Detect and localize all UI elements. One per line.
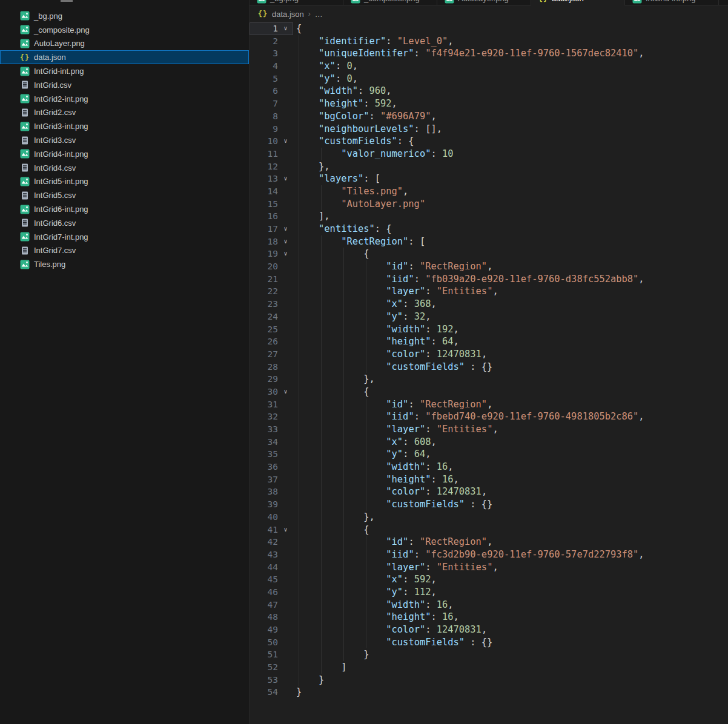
code-line[interactable]: 16], xyxy=(250,210,728,223)
breadcrumb-file[interactable]: data.json xyxy=(272,10,304,19)
fold-chevron-icon[interactable]: ∨ xyxy=(278,223,293,235)
code-line[interactable]: 11"valor_numerico": 10 xyxy=(250,148,728,160)
code-line[interactable]: 44"layer": "Entities", xyxy=(250,561,728,574)
tab-data.json[interactable]: {}data.json xyxy=(531,0,625,5)
code-line[interactable]: 22"layer": "Entities", xyxy=(250,285,728,298)
code-line[interactable]: 29}, xyxy=(250,373,728,386)
code-line[interactable]: 43"iid": "fc3d2b90-e920-11ef-9760-57e7d2… xyxy=(250,548,728,561)
token-p: , xyxy=(638,411,644,422)
code-line[interactable]: 38"color": 12470831, xyxy=(250,485,728,498)
code-line[interactable]: 2"identifier": "Level_0", xyxy=(250,35,728,48)
fold-chevron-icon[interactable]: ∨ xyxy=(278,135,293,148)
code-line[interactable]: 47"width": 16, xyxy=(250,599,728,611)
file-item-IntGrid6.csv[interactable]: IntGrid6.csv xyxy=(0,216,249,230)
breadcrumb-ellipsis[interactable]: … xyxy=(315,10,323,19)
code-line[interactable]: 19∨{ xyxy=(250,248,728,260)
indent-guide xyxy=(321,298,322,311)
code-line[interactable]: 18∨"RectRegion": [ xyxy=(250,235,728,248)
code-line[interactable]: 13∨"layers": [ xyxy=(250,173,728,185)
file-item-IntGrid7-int.png[interactable]: IntGrid7-int.png xyxy=(0,230,249,244)
code-line[interactable]: 6"width": 960, xyxy=(250,85,728,97)
code-line[interactable]: 37"height": 16, xyxy=(250,473,728,486)
file-item-_composite.png[interactable]: _composite.png xyxy=(0,23,249,37)
code-line[interactable]: 52] xyxy=(250,661,728,674)
file-item-IntGrid.csv[interactable]: IntGrid.csv xyxy=(0,78,249,92)
tab-IntGrid-int.png[interactable]: IntGrid-int.png xyxy=(625,0,719,5)
code-line[interactable]: 1∨{ xyxy=(250,22,728,35)
code-line[interactable]: 39"customFields" : {} xyxy=(250,498,728,511)
code-line[interactable]: 10∨"customFields": { xyxy=(250,135,728,148)
file-item-IntGrid2-int.png[interactable]: IntGrid2-int.png xyxy=(0,92,249,106)
fold-chevron-icon[interactable]: ∨ xyxy=(278,235,293,248)
fold-spacer xyxy=(278,661,293,674)
tab-AutoLayer.png[interactable]: AutoLayer.png xyxy=(437,0,531,5)
code-line[interactable]: 36"width": 16, xyxy=(250,461,728,473)
code-line[interactable]: 54} xyxy=(250,686,728,699)
token-p: , xyxy=(392,98,397,109)
tab-_bg.png[interactable]: _bg.png xyxy=(250,0,343,5)
file-item-IntGrid5.csv[interactable]: IntGrid5.csv xyxy=(0,188,249,202)
csv-file-icon xyxy=(20,191,30,200)
code-line[interactable]: 5"y": 0, xyxy=(250,73,728,85)
code-line[interactable]: 21"iid": "fb039a20-e920-11ef-9760-d38fc5… xyxy=(250,273,728,286)
code-line[interactable]: 51} xyxy=(250,648,728,661)
tab-overflow-fragment[interactable] xyxy=(719,0,726,5)
code-line[interactable]: 34"x": 608, xyxy=(250,436,728,449)
code-line[interactable]: 14"Tiles.png", xyxy=(250,185,728,198)
file-item-IntGrid3-int.png[interactable]: IntGrid3-int.png xyxy=(0,119,249,133)
code-line[interactable]: 8"bgColor": "#696A79", xyxy=(250,110,728,123)
file-item-IntGrid4-int.png[interactable]: IntGrid4-int.png xyxy=(0,147,249,161)
code-line[interactable]: 23"x": 368, xyxy=(250,298,728,311)
file-item-IntGrid-int.png[interactable]: IntGrid-int.png xyxy=(0,64,249,78)
fold-chevron-icon[interactable]: ∨ xyxy=(278,173,293,185)
file-item-IntGrid7.csv[interactable]: IntGrid7.csv xyxy=(0,244,249,258)
code-line[interactable]: 45"x": 592, xyxy=(250,573,728,586)
code-line[interactable]: 50"customFields" : {} xyxy=(250,636,728,649)
code-line[interactable]: 46"y": 112, xyxy=(250,586,728,599)
indent-guide xyxy=(299,210,299,223)
file-item-data.json[interactable]: {}data.json xyxy=(0,50,249,64)
tab-_composite.png[interactable]: _composite.png xyxy=(343,0,437,5)
file-item-IntGrid5-int.png[interactable]: IntGrid5-int.png xyxy=(0,175,249,189)
fold-chevron-icon[interactable]: ∨ xyxy=(278,524,293,536)
code-line[interactable]: 26"height": 64, xyxy=(250,335,728,348)
fold-chevron-icon[interactable]: ∨ xyxy=(278,386,293,398)
file-item-Tiles.png[interactable]: Tiles.png xyxy=(0,257,249,271)
code-line[interactable]: 15"AutoLayer.png" xyxy=(250,198,728,211)
code-line[interactable]: 31"id": "RectRegion", xyxy=(250,398,728,411)
code-line[interactable]: 25"width": 192, xyxy=(250,323,728,336)
code-line[interactable]: 4"x": 0, xyxy=(250,60,728,73)
indent-guide xyxy=(366,448,366,461)
code-line[interactable]: 40}, xyxy=(250,511,728,524)
fold-chevron-icon[interactable]: ∨ xyxy=(278,248,293,260)
code-line[interactable]: 32"iid": "fbebd740-e920-11ef-9760-498180… xyxy=(250,410,728,423)
line-number: 17 xyxy=(250,223,278,235)
code-line[interactable]: 17∨"entities": { xyxy=(250,223,728,235)
code-line[interactable]: 30∨{ xyxy=(250,386,728,398)
code-line[interactable]: 9"neighbourLevels": [], xyxy=(250,123,728,136)
fold-chevron-icon[interactable]: ∨ xyxy=(278,22,293,35)
indent-guide xyxy=(366,311,366,323)
file-item-IntGrid2.csv[interactable]: IntGrid2.csv xyxy=(0,106,249,120)
code-line[interactable]: 42"id": "RectRegion", xyxy=(250,536,728,548)
file-item-IntGrid4.csv[interactable]: IntGrid4.csv xyxy=(0,161,249,175)
code-line[interactable]: 20"id": "RectRegion", xyxy=(250,260,728,273)
code-line[interactable]: 53} xyxy=(250,674,728,686)
code-line[interactable]: 12}, xyxy=(250,160,728,173)
code-line[interactable]: 48"height": 16, xyxy=(250,611,728,624)
code-line[interactable]: 49"color": 12470831, xyxy=(250,624,728,636)
code-line[interactable]: 28"customFields" : {} xyxy=(250,361,728,374)
fold-spacer xyxy=(278,85,293,97)
file-item-IntGrid3.csv[interactable]: IntGrid3.csv xyxy=(0,133,249,147)
code-line[interactable]: 3"uniqueIdentifer": "f4f94e21-e920-11ef-… xyxy=(250,47,728,60)
code-editor[interactable]: 1∨{2"identifier": "Level_0",3"uniqueIden… xyxy=(250,22,728,724)
file-item-IntGrid6-int.png[interactable]: IntGrid6-int.png xyxy=(0,202,249,216)
code-line[interactable]: 27"color": 12470831, xyxy=(250,348,728,361)
code-line[interactable]: 35"y": 64, xyxy=(250,448,728,461)
code-line[interactable]: 24"y": 32, xyxy=(250,311,728,323)
code-line[interactable]: 33"layer": "Entities", xyxy=(250,423,728,436)
file-item-AutoLayer.png[interactable]: AutoLayer.png xyxy=(0,37,249,51)
code-line[interactable]: 7"height": 592, xyxy=(250,97,728,110)
file-item-_bg.png[interactable]: _bg.png xyxy=(0,9,249,23)
code-line[interactable]: 41∨{ xyxy=(250,524,728,536)
